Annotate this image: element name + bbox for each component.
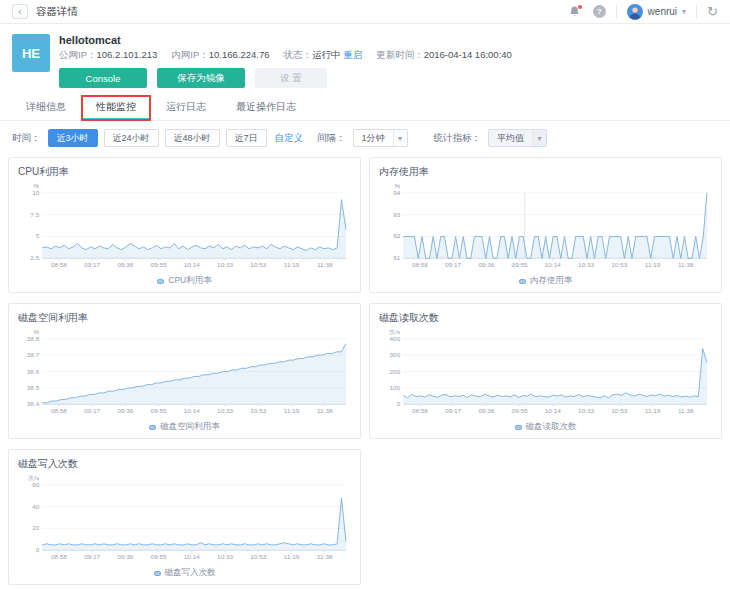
svg-text:08:58: 08:58 [51, 261, 67, 268]
divider [696, 5, 697, 19]
svg-text:08:58: 08:58 [51, 407, 67, 414]
chart-card-memory: 内存使用率 94939291%08:5809:1709:3609:5510:14… [369, 157, 722, 293]
svg-text:38.4: 38.4 [27, 400, 40, 407]
chart-legend[interactable]: 磁盘读取次数 [379, 421, 712, 433]
divider [616, 5, 617, 19]
chart-title: 磁盘读取次数 [379, 311, 712, 325]
save-as-image-button[interactable]: 保存为镜像 [157, 68, 245, 88]
time-range-3h[interactable]: 近3小时 [48, 129, 98, 147]
topbar-right: ? wenrui ▾ ↻ [567, 4, 718, 20]
svg-text:40: 40 [32, 503, 40, 510]
svg-text:11:38: 11:38 [317, 407, 333, 414]
svg-text:11:19: 11:19 [645, 407, 661, 414]
legend-label: CPU利用率 [168, 275, 211, 287]
svg-text:38.6: 38.6 [27, 368, 40, 375]
chevron-down-icon: ▾ [532, 130, 546, 146]
svg-text:10:14: 10:14 [184, 261, 200, 268]
chart-legend[interactable]: 磁盘空间利用率 [18, 421, 351, 433]
container-meta: 公网IP：106.2.101.213 内网IP：10.166.224.76 状态… [59, 49, 512, 62]
chart-card-disk-space: 磁盘空间利用率 38.838.738.638.538.4%08:5809:170… [8, 303, 361, 439]
svg-text:0: 0 [36, 546, 40, 553]
user-name: wenrui [648, 6, 677, 17]
svg-text:10:53: 10:53 [250, 407, 266, 414]
svg-text:38.8: 38.8 [27, 335, 40, 342]
svg-text:10:53: 10:53 [611, 261, 627, 268]
svg-text:08:58: 08:58 [51, 553, 67, 560]
container-info: hellotomcat 公网IP：106.2.101.213 内网IP：10.1… [59, 34, 512, 88]
svg-text:2.5: 2.5 [30, 254, 39, 261]
private-ip: 内网IP：10.166.224.76 [171, 49, 269, 62]
time-range-24h[interactable]: 近24小时 [104, 129, 159, 147]
svg-text:09:17: 09:17 [445, 261, 461, 268]
svg-text:09:17: 09:17 [84, 553, 100, 560]
breadcrumb: 容器详情 [36, 5, 78, 19]
svg-text:92: 92 [393, 233, 401, 240]
svg-text:10:33: 10:33 [217, 407, 233, 414]
legend-marker [519, 279, 526, 284]
time-range-48h[interactable]: 近48小时 [165, 129, 220, 147]
legend-label: 磁盘读取次数 [526, 421, 577, 433]
help-icon[interactable]: ? [593, 5, 606, 18]
svg-text:%: % [395, 182, 401, 189]
legend-marker [149, 425, 156, 430]
legend-label: 磁盘空间利用率 [160, 421, 220, 433]
tab-performance-monitor[interactable]: 性能监控 [82, 96, 150, 120]
svg-text:09:17: 09:17 [445, 407, 461, 414]
back-button[interactable]: ‹ [12, 4, 28, 19]
tab-recent-operation-log[interactable]: 最近操作日志 [222, 96, 310, 120]
tab-detail-info[interactable]: 详细信息 [12, 96, 80, 120]
user-menu[interactable]: wenrui ▾ [627, 4, 686, 20]
refresh-icon[interactable]: ↻ [707, 5, 718, 18]
tab-run-log[interactable]: 运行日志 [152, 96, 220, 120]
svg-text:11:38: 11:38 [317, 553, 333, 560]
console-button[interactable]: Console [59, 68, 147, 88]
restart-link[interactable]: 重启 [343, 49, 362, 60]
custom-range-link[interactable]: 自定义 [275, 132, 304, 145]
svg-text:5: 5 [36, 233, 40, 240]
chart-legend[interactable]: 磁盘写入次数 [18, 567, 351, 579]
avatar [627, 4, 643, 20]
svg-text:08:58: 08:58 [412, 407, 428, 414]
legend-label: 内存使用率 [530, 275, 573, 287]
svg-text:09:55: 09:55 [151, 553, 167, 560]
svg-text:09:55: 09:55 [512, 407, 528, 414]
svg-text:11:38: 11:38 [678, 261, 694, 268]
svg-text:09:55: 09:55 [151, 261, 167, 268]
svg-text:60: 60 [32, 481, 40, 488]
svg-text:10:33: 10:33 [578, 407, 594, 414]
topbar-left: ‹ 容器详情 [12, 4, 78, 19]
tab-bar: 详细信息 性能监控 运行日志 最近操作日志 [0, 88, 730, 121]
chart-legend[interactable]: CPU利用率 [18, 275, 351, 287]
notification-badge [578, 5, 582, 9]
chart-card-cpu: CPU利用率 107.552.5%08:5809:1709:3609:5510:… [8, 157, 361, 293]
settings-button[interactable]: 设 置 [255, 68, 327, 88]
svg-text:10:33: 10:33 [217, 553, 233, 560]
container-name: hellotomcat [59, 34, 512, 46]
svg-text:300: 300 [390, 351, 401, 358]
chevron-left-icon: ‹ [18, 6, 21, 17]
svg-text:38.5: 38.5 [27, 384, 40, 391]
time-range-7d[interactable]: 近7日 [226, 129, 267, 147]
action-buttons: Console 保存为镜像 设 置 [59, 68, 512, 88]
svg-text:93: 93 [393, 211, 401, 218]
svg-text:09:36: 09:36 [117, 407, 133, 414]
svg-text:%: % [34, 328, 40, 335]
legend-label: 磁盘写入次数 [165, 567, 216, 579]
svg-text:%: % [34, 182, 40, 189]
memory-usage-chart: 94939291%08:5809:1709:3609:5510:1410:331… [379, 181, 712, 275]
svg-text:次/s: 次/s [389, 328, 400, 335]
chart-title: 内存使用率 [379, 165, 712, 179]
svg-text:11:19: 11:19 [284, 407, 300, 414]
interval-select[interactable]: 1分钟 ▾ [353, 129, 408, 147]
container-header: HE hellotomcat 公网IP：106.2.101.213 内网IP：1… [0, 24, 730, 88]
metric-select[interactable]: 平均值 ▾ [488, 129, 547, 147]
interval-label: 间隔： [317, 132, 346, 145]
svg-text:09:36: 09:36 [478, 407, 494, 414]
legend-marker [157, 279, 164, 284]
svg-text:10:53: 10:53 [250, 553, 266, 560]
chart-legend[interactable]: 内存使用率 [379, 275, 712, 287]
svg-text:0: 0 [397, 400, 401, 407]
container-avatar: HE [12, 34, 50, 72]
bell-icon[interactable] [567, 4, 583, 20]
chart-title: CPU利用率 [18, 165, 351, 179]
